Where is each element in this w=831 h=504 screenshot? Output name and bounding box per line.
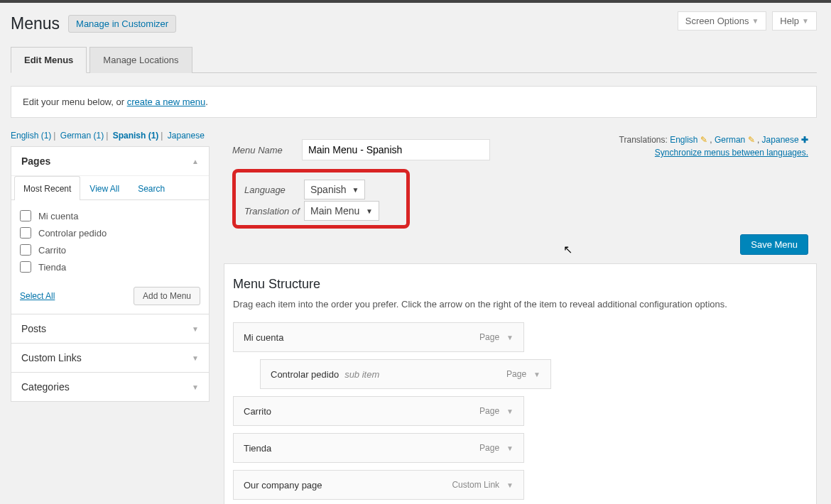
chevron-up-icon: ▲ <box>192 158 199 165</box>
translation-of-select[interactable]: Main Menu ▼ <box>304 201 379 221</box>
translations-panel: Translations: English ✎ , German ✎ , Jap… <box>619 135 808 158</box>
chevron-down-icon: ▼ <box>366 207 373 215</box>
postbox-categories: Categories ▼ <box>11 372 210 402</box>
language-select[interactable]: Spanish ▼ <box>304 180 365 199</box>
page-title: Menus <box>11 14 60 33</box>
inner-tab-view-all[interactable]: View All <box>80 176 129 200</box>
chevron-down-icon: ▼ <box>751 17 759 25</box>
chevron-down-icon[interactable]: ▼ <box>506 481 514 489</box>
postbox-categories-title: Categories <box>21 381 70 393</box>
menu-structure-panel: Menu Structure Drag each item into the o… <box>224 263 817 504</box>
lang-english[interactable]: English (1) <box>11 131 51 141</box>
edit-menu-notice: Edit your menu below, or create a new me… <box>11 86 817 118</box>
menu-item-label: Mi cuenta <box>244 332 283 343</box>
page-checkbox[interactable] <box>20 227 31 239</box>
postbox-categories-toggle[interactable]: Categories ▼ <box>11 373 209 401</box>
language-value: Spanish <box>310 184 347 195</box>
translation-of-value: Main Menu <box>310 205 359 217</box>
page-checkbox-item: Carrito <box>20 241 200 258</box>
tab-edit-menus[interactable]: Edit Menus <box>11 47 87 73</box>
lang-spanish[interactable]: Spanish (1) <box>113 131 159 141</box>
postbox-pages-toggle[interactable]: Pages ▲ <box>11 147 209 175</box>
page-item-label: Tienda <box>38 262 66 273</box>
sync-menus-link[interactable]: Synchronize menus between languages. <box>655 148 808 158</box>
translation-german-link[interactable]: German <box>715 135 745 145</box>
menu-item-type: Page <box>479 443 499 453</box>
page-item-label: Controlar pedido <box>38 228 107 239</box>
language-label: Language <box>244 180 303 199</box>
chevron-down-icon: ▼ <box>192 383 199 391</box>
chevron-down-icon[interactable]: ▼ <box>533 371 541 378</box>
menu-structure-description: Drag each item into the order you prefer… <box>233 299 808 309</box>
language-filter: English (1)| German (1)| Spanish (1)| Ja… <box>11 131 210 141</box>
inner-tab-search[interactable]: Search <box>129 176 174 200</box>
menu-item-label: Tienda <box>244 443 271 454</box>
screen-options-label: Screen Options <box>685 16 749 26</box>
menu-item-type: Custom Link <box>452 480 499 490</box>
postbox-pages-title: Pages <box>21 155 50 167</box>
select-all-link[interactable]: Select All <box>20 291 55 301</box>
menu-name-label: Menu Name <box>232 141 290 160</box>
postbox-custom-links-toggle[interactable]: Custom Links ▼ <box>11 344 209 372</box>
menu-item-type: Page <box>506 369 526 379</box>
chevron-down-icon: ▼ <box>802 17 809 25</box>
inner-tab-most-recent[interactable]: Most Recent <box>14 176 80 200</box>
postbox-custom-links: Custom Links ▼ <box>11 343 210 373</box>
plus-icon[interactable]: ✚ <box>801 135 808 145</box>
pencil-icon[interactable]: ✎ <box>700 135 707 145</box>
menu-structure-title: Menu Structure <box>233 277 808 292</box>
nav-tabs: Edit Menus Manage Locations <box>11 46 817 73</box>
page-checkbox[interactable] <box>20 210 31 221</box>
save-menu-button[interactable]: Save Menu <box>740 234 808 255</box>
chevron-down-icon: ▼ <box>352 186 359 194</box>
add-to-menu-button[interactable]: Add to Menu <box>134 287 200 305</box>
postbox-posts-title: Posts <box>21 323 46 334</box>
menu-item-label: Controlar pedido <box>271 369 339 380</box>
menu-item[interactable]: Controlar pedido sub item Page▼ <box>260 359 551 389</box>
menu-item[interactable]: Mi cuenta Page▼ <box>233 322 524 352</box>
page-checkbox-item: Tienda <box>20 258 200 275</box>
postbox-posts-toggle[interactable]: Posts ▼ <box>11 314 209 343</box>
screen-options-toggle[interactable]: Screen Options ▼ <box>678 11 767 31</box>
menu-item[interactable]: Carrito Page▼ <box>233 396 524 426</box>
menu-item-type: Page <box>479 406 499 416</box>
help-label: Help <box>780 16 799 26</box>
tab-manage-locations[interactable]: Manage Locations <box>89 47 192 73</box>
help-toggle[interactable]: Help ▼ <box>772 11 817 31</box>
chevron-down-icon[interactable]: ▼ <box>506 444 514 452</box>
menu-item[interactable]: Our company page Custom Link▼ <box>233 470 524 500</box>
language-settings-highlight: Language Spanish ▼ Translation of <box>232 169 410 229</box>
translation-english-link[interactable]: English <box>670 135 697 145</box>
chevron-down-icon[interactable]: ▼ <box>506 334 514 341</box>
pencil-icon[interactable]: ✎ <box>748 135 755 145</box>
translations-label: Translations: <box>619 135 668 145</box>
lang-german[interactable]: German (1) <box>60 131 104 141</box>
menu-item-label: Our company page <box>244 480 322 491</box>
manage-in-customizer-link[interactable]: Manage in Customizer <box>68 15 176 33</box>
page-checkbox-item: Mi cuenta <box>20 207 200 224</box>
postbox-posts: Posts ▼ <box>11 314 210 344</box>
postbox-pages: Pages ▲ Most Recent View All Search Mi c… <box>11 146 210 314</box>
notice-text: Edit your menu below, or <box>23 97 127 107</box>
menu-name-input[interactable] <box>302 139 490 160</box>
lang-japanese[interactable]: Japanese <box>168 131 205 141</box>
translation-of-label: Translation of <box>244 201 303 221</box>
chevron-down-icon: ▼ <box>192 354 199 362</box>
page-checkbox-item: Controlar pedido <box>20 224 200 241</box>
menu-item[interactable]: Tienda Page▼ <box>233 433 524 463</box>
page-item-label: Mi cuenta <box>38 211 78 221</box>
menu-item-type: Page <box>479 332 499 342</box>
sub-item-tag: sub item <box>344 369 379 380</box>
page-checkbox[interactable] <box>20 244 31 256</box>
chevron-down-icon: ▼ <box>192 325 199 333</box>
translation-japanese-link[interactable]: Japanese <box>762 135 799 145</box>
create-new-menu-link[interactable]: create a new menu <box>127 97 206 107</box>
menu-item-label: Carrito <box>244 406 271 417</box>
page-checkbox[interactable] <box>20 261 31 273</box>
postbox-custom-links-title: Custom Links <box>21 352 82 363</box>
chevron-down-icon[interactable]: ▼ <box>506 407 514 415</box>
page-item-label: Carrito <box>38 245 66 256</box>
